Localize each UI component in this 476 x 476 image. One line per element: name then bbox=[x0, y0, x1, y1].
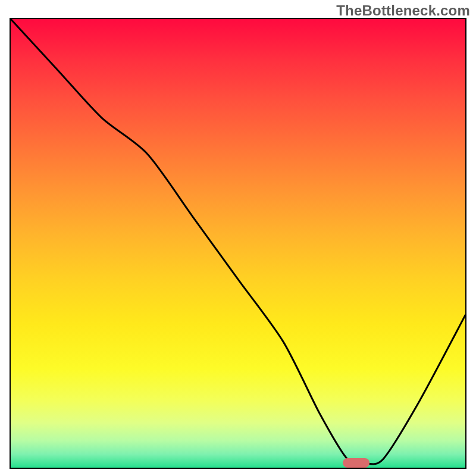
watermark-text: TheBottleneck.com bbox=[336, 2, 470, 19]
plot-area bbox=[10, 18, 466, 469]
chart-stage: TheBottleneck.com bbox=[0, 0, 476, 476]
optimal-range-marker bbox=[343, 458, 370, 468]
bottleneck-gradient-background bbox=[11, 19, 465, 468]
